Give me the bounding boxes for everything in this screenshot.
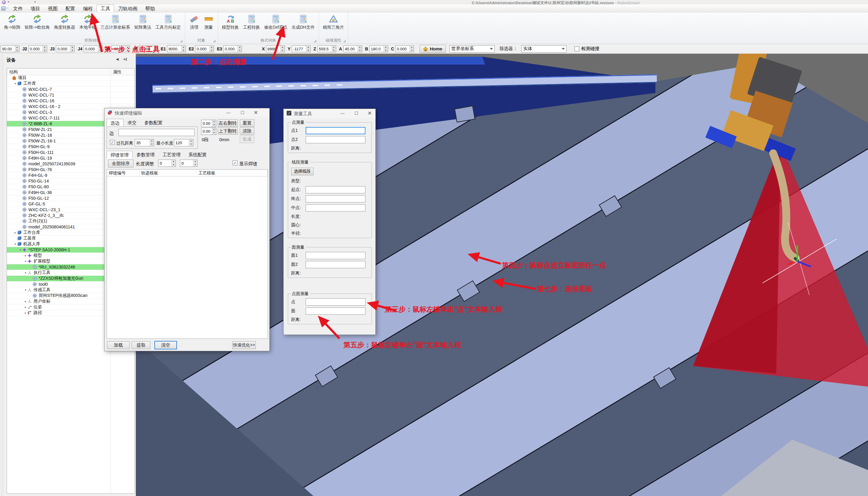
ribbon-button[interactable]: 精简三角片 [321, 13, 346, 30]
expander-open-icon[interactable]: ▾ [24, 289, 28, 292]
measure-field-input[interactable] [306, 298, 365, 306]
axis-value-spinner[interactable]: 0.000▲▼ [56, 46, 75, 52]
extract-button[interactable]: 提取 [132, 341, 150, 349]
ribbon-button[interactable]: 三点计算坐标系 [99, 13, 132, 30]
table-column-header[interactable]: 轨迹模板 [139, 170, 197, 176]
quick-access-dropdown-icon[interactable]: ▼ [7, 1, 10, 3]
weld-table[interactable]: 焊缝编号轨迹模板工艺模板 [107, 169, 268, 339]
ribbon-button[interactable]: 本地平移 [77, 13, 99, 30]
axis-value-spinner[interactable]: -1177▲▼ [292, 46, 311, 52]
table-column-header[interactable]: 焊缝编号 [107, 170, 139, 176]
length-adjust-spinner-2[interactable]: 0▲▼ [180, 160, 197, 167]
axis-value-spinner[interactable]: 559.5▲▼ [317, 46, 336, 52]
flip-ud-button[interactable]: 上下翻转 [218, 127, 238, 135]
ribbon-button[interactable]: 矩阵->欧拉角 [23, 13, 52, 30]
app-logo-icon[interactable] [2, 0, 6, 4]
ribbon-button[interactable]: 矩阵乘法 [132, 13, 153, 30]
menu-item[interactable]: 文件 [9, 4, 27, 12]
menu-item[interactable]: 帮助 [141, 4, 159, 12]
expander-open-icon[interactable]: ▾ [13, 82, 17, 85]
measure-field-input[interactable] [306, 186, 365, 193]
menu-item[interactable]: 配置 [62, 4, 79, 12]
group-expander-icon[interactable] [343, 40, 345, 42]
expander-closed-icon[interactable]: ▸ [24, 311, 28, 314]
tab-edge-2[interactable]: 参数配置 [140, 119, 166, 126]
spinner-arrows-icon[interactable]: ▲▼ [409, 46, 414, 52]
expander-closed-icon[interactable]: ▸ [24, 306, 28, 309]
quick-optimize-button[interactable]: 快速优化>> [232, 341, 256, 349]
menu-item[interactable]: 工具 [96, 4, 114, 12]
dialog-title-bar[interactable]: 测量工具 — ☐ ✕ [284, 109, 375, 118]
measure-field-input[interactable] [306, 136, 365, 143]
menu-item[interactable]: 编程 [79, 4, 96, 12]
reset-button[interactable]: 重置 [240, 120, 254, 127]
axis-value-spinner[interactable]: 180.0▲▼ [369, 46, 388, 52]
minimize-icon[interactable]: — [224, 109, 233, 116]
menu-launcher-icon[interactable]: ▽ [0, 4, 9, 12]
tab-manage-3[interactable]: 系统配置 [184, 151, 210, 158]
ribbon-button[interactable]: 清理 [187, 13, 201, 30]
expander-open-icon[interactable]: ▾ [13, 243, 17, 246]
group-expander-icon[interactable] [180, 40, 182, 42]
axis-value-spinner[interactable]: 0.000▲▼ [84, 46, 102, 52]
hole-distance-spinner[interactable]: 35▲▼ [135, 139, 154, 146]
spinner-arrows-icon[interactable]: ▲▼ [384, 46, 388, 52]
menu-item[interactable]: 刀轨动画 [114, 4, 141, 12]
expander-open-icon[interactable]: ▾ [24, 260, 28, 263]
axis-value-spinner[interactable]: 9000.▲▼ [167, 46, 186, 52]
quick-weld-edit-dialog[interactable]: 快速焊缝编辑 — ☐ ✕ 选边求交参数配置 边 ✓ 过孔距离 35▲▼ 最小长度… [104, 108, 270, 351]
tree-row[interactable]: WXC-DCL-71 [7, 92, 134, 98]
tab-edge-0[interactable]: 选边 [107, 119, 123, 127]
menu-item[interactable]: 视图 [44, 4, 62, 12]
measure-field-input[interactable] [306, 261, 365, 268]
flip-lr-button[interactable]: 左右翻转 [218, 120, 238, 127]
measure-field-input[interactable] [306, 307, 365, 315]
tree-row[interactable]: WXC-DCL-16 [7, 98, 134, 104]
spinner-arrows-icon[interactable]: ▲▼ [280, 46, 284, 52]
table-column-header[interactable]: 工艺模板 [197, 170, 268, 176]
menu-item[interactable]: 项目 [27, 4, 44, 12]
spinner-arrows-icon[interactable]: ▲▼ [358, 46, 362, 52]
ribbon-button[interactable]: 工程转换 [241, 13, 262, 30]
expander-open-icon[interactable]: ▾ [24, 271, 28, 274]
spinner-arrows-icon[interactable]: ▲▼ [332, 46, 336, 52]
expander-closed-icon[interactable]: ▸ [13, 231, 17, 234]
select-segment-button[interactable]: 选择线段 [291, 168, 314, 175]
column-header-structure[interactable]: 结构 [9, 69, 18, 75]
tab-manage-2[interactable]: 工艺管理 [159, 151, 184, 158]
dialog-title-bar[interactable]: 快速焊缝编辑 — ☐ ✕ [105, 108, 269, 118]
ribbon-button[interactable]: 生成DH文件 [290, 13, 317, 30]
measure-field-input[interactable] [306, 195, 365, 202]
ribbon-button[interactable]: 角度转换器 [52, 13, 77, 30]
expander-closed-icon[interactable]: ▸ [24, 300, 28, 303]
tab-manage-0[interactable]: 焊缝管理 [107, 151, 133, 159]
ribbon-button[interactable]: 测量 [201, 13, 216, 30]
tree-row[interactable]: ▾工件库 [7, 81, 134, 87]
tree-row[interactable]: WXC-DCL-7 [7, 87, 134, 92]
spinner-arrows-icon[interactable]: ▲▼ [306, 46, 310, 52]
generate-button[interactable]: 生成 [240, 136, 254, 143]
hole-distance-checkbox[interactable]: ✓ [110, 140, 115, 145]
group-expander-icon[interactable] [213, 40, 215, 42]
close-icon[interactable]: ✕ [365, 110, 374, 117]
maximize-icon[interactable]: ☐ [238, 109, 247, 116]
tree-row[interactable]: 项目 [7, 75, 134, 81]
expander-open-icon[interactable]: ▾ [18, 248, 23, 251]
collapse-left-icon[interactable]: ◀ [116, 57, 119, 61]
home-button[interactable]: Home [419, 45, 446, 53]
minimize-icon[interactable]: — [338, 110, 347, 117]
axis-value-spinner[interactable]: 0.000▲▼ [195, 46, 214, 52]
load-button[interactable]: 加载 [107, 341, 130, 349]
axis-value-spinner[interactable]: 0.000▲▼ [223, 46, 242, 52]
spinner-arrows-icon[interactable]: ▲▼ [237, 46, 242, 52]
spinner-arrows-icon[interactable]: ▲▼ [15, 46, 19, 52]
spinner-arrows-icon[interactable]: ▲▼ [43, 46, 47, 52]
spinner-arrows-icon[interactable]: ▲▼ [181, 46, 185, 52]
angle1-spinner[interactable]: 0.00▲▼ [201, 120, 216, 127]
spinner-arrows-icon[interactable]: ▲▼ [209, 46, 213, 52]
axis-value-spinner[interactable]: 0.000▲▼ [395, 46, 414, 52]
spinner-arrows-icon[interactable]: ▲▼ [98, 46, 102, 52]
ribbon-button[interactable]: 角->矩阵 [2, 13, 23, 30]
sort-all-button[interactable]: 全部排序 [108, 160, 134, 168]
dock-pin-icon[interactable] [123, 57, 127, 63]
